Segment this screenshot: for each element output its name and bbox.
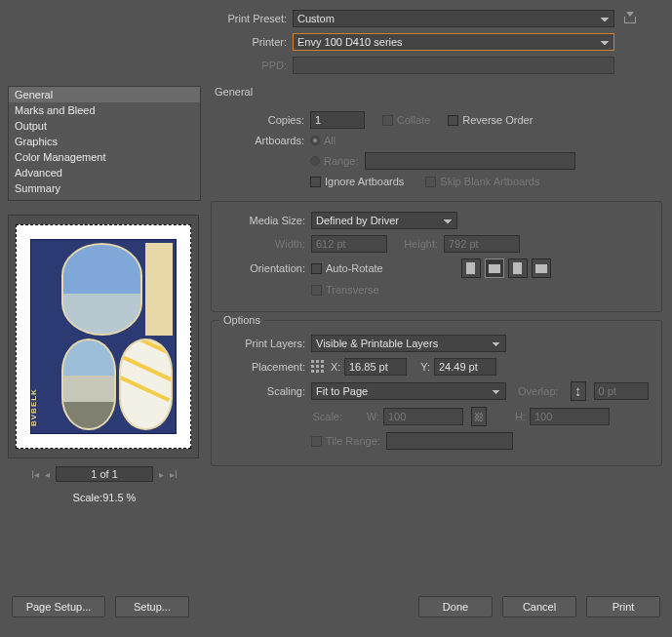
media-width-label: Width: <box>221 238 311 250</box>
overlap-input <box>594 382 649 400</box>
ppd-label: PPD: <box>0 60 293 71</box>
page-indicator[interactable]: 1 of 1 <box>56 466 153 482</box>
preview-scale-label: Scale:91.5 % <box>8 492 201 503</box>
cat-advanced[interactable]: Advanced <box>9 165 200 180</box>
tile-range-input <box>386 432 513 450</box>
options-section: Options Print Layers: Visible & Printabl… <box>211 320 662 466</box>
scaling-label: Scaling: <box>221 385 311 397</box>
cat-marks-bleed[interactable]: Marks and Bleed <box>9 102 200 118</box>
category-list[interactable]: General Marks and Bleed Output Graphics … <box>8 86 201 201</box>
prev-page-icon[interactable]: ◂ <box>45 469 50 480</box>
print-preset-select[interactable]: Custom <box>293 10 614 27</box>
orient-landscape-left-button[interactable] <box>485 259 504 278</box>
cat-graphics[interactable]: Graphics <box>9 134 200 149</box>
next-page-icon[interactable]: ▸ <box>159 469 164 480</box>
scale-link-icon: ⛓ <box>471 407 487 426</box>
printer-select[interactable]: Envy 100 D410 series <box>293 33 614 51</box>
save-preset-icon[interactable] <box>622 12 636 25</box>
cancel-button[interactable]: Cancel <box>502 596 576 617</box>
media-width-input <box>311 235 387 253</box>
orient-landscape-right-button[interactable] <box>532 259 551 278</box>
section-general-title: General <box>211 86 662 98</box>
overlap-link-icon: ⭥ <box>571 381 586 401</box>
page-setup-button[interactable]: Page Setup... <box>12 596 105 617</box>
ignore-artboards-label: Ignore Artboards <box>325 176 404 187</box>
first-page-icon[interactable]: I◂ <box>31 469 39 480</box>
preview-area: BVBELK <box>8 215 199 458</box>
cat-color-management[interactable]: Color Management <box>9 149 200 165</box>
skip-blank-checkbox <box>425 177 436 187</box>
last-page-icon[interactable]: ▸I <box>170 469 178 480</box>
transverse-label: Transverse <box>326 284 379 296</box>
copies-label: Copies: <box>220 114 310 126</box>
artboards-all-label: All <box>324 135 336 146</box>
artboards-all-radio <box>310 136 320 145</box>
orient-portrait-up-button[interactable] <box>461 259 481 278</box>
scale-h-label: H: <box>494 411 530 422</box>
cat-general[interactable]: General <box>9 87 200 102</box>
ignore-artboards-checkbox[interactable] <box>310 177 321 187</box>
cat-output[interactable]: Output <box>9 118 200 134</box>
printer-label: Printer: <box>0 36 293 48</box>
preview-nav: I◂ ◂ 1 of 1 ▸ ▸I <box>8 466 201 482</box>
tile-range-label: Tile Range: <box>326 435 386 447</box>
print-button[interactable]: Print <box>586 596 660 617</box>
scaling-select[interactable]: Fit to Page <box>311 382 506 400</box>
cat-summary[interactable]: Summary <box>9 180 200 196</box>
overlap-label: Overlap: <box>518 385 563 397</box>
preview-page: BVBELK <box>16 224 191 449</box>
options-title: Options <box>219 314 264 326</box>
scale-w-input <box>383 408 463 425</box>
ppd-select <box>293 57 614 74</box>
media-size-select[interactable]: Defined by Driver <box>311 212 457 229</box>
scale-w-label: W: <box>348 411 383 422</box>
collate-label: Collate <box>397 114 430 126</box>
copies-input[interactable] <box>310 111 365 129</box>
transverse-checkbox <box>311 285 322 296</box>
placement-x-label: X: <box>331 361 344 373</box>
skip-blank-label: Skip Blank Artboards <box>440 176 539 187</box>
done-button[interactable]: Done <box>418 596 493 617</box>
auto-rotate-label: Auto-Rotate <box>326 262 383 274</box>
tile-range-checkbox <box>311 436 322 447</box>
setup-button[interactable]: Setup... <box>115 596 189 617</box>
collate-checkbox <box>382 115 393 126</box>
artboards-label: Artboards: <box>220 135 310 146</box>
media-size-section: Media Size: Defined by Driver Width: Hei… <box>211 201 662 312</box>
placement-x-input[interactable] <box>344 358 407 376</box>
orient-portrait-down-button[interactable] <box>508 259 528 278</box>
placement-y-input[interactable] <box>434 358 496 376</box>
artboards-range-input <box>365 152 575 170</box>
artboards-range-radio <box>310 156 320 166</box>
scale-label: Scale: <box>221 411 348 422</box>
scale-h-input <box>530 408 610 425</box>
reverse-order-checkbox[interactable] <box>448 115 458 126</box>
media-size-label: Media Size: <box>221 215 311 226</box>
artboards-range-label: Range: <box>324 155 365 167</box>
print-layers-label: Print Layers: <box>221 338 311 349</box>
orientation-label: Orientation: <box>221 262 311 274</box>
print-preset-label: Print Preset: <box>0 13 293 24</box>
media-height-label: Height: <box>399 238 444 250</box>
reverse-order-label: Reverse Order <box>462 114 533 126</box>
placement-anchor-grid[interactable] <box>311 360 325 374</box>
media-height-input <box>444 235 520 253</box>
placement-y-label: Y: <box>407 361 434 373</box>
auto-rotate-checkbox[interactable] <box>311 263 322 274</box>
placement-label: Placement: <box>221 361 311 373</box>
print-layers-select[interactable]: Visible & Printable Layers <box>311 335 506 352</box>
